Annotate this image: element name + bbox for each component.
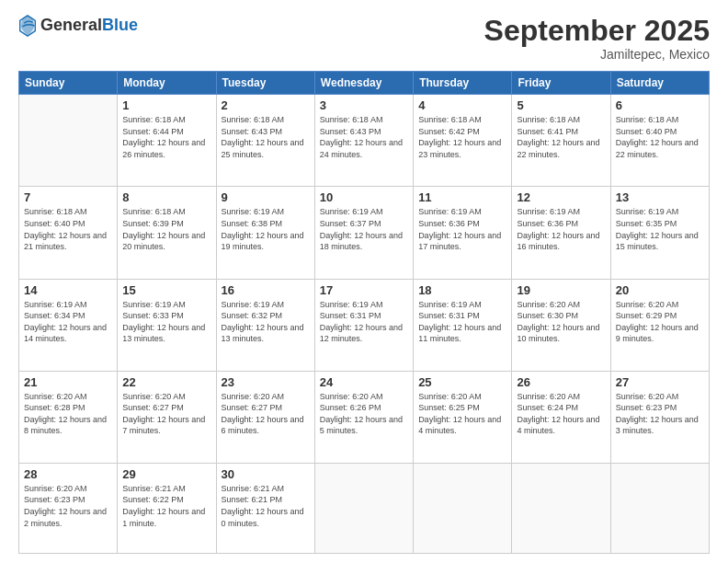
cell-date: 17: [320, 283, 408, 297]
cell-info: Sunrise: 6:18 AMSunset: 6:43 PMDaylight:…: [222, 115, 304, 159]
col-saturday: Saturday: [610, 72, 709, 95]
cell-date: 22: [122, 375, 210, 389]
cell-date: 28: [24, 467, 112, 481]
title-block: September 2025 Jamiltepec, Mexico: [484, 15, 710, 62]
col-tuesday: Tuesday: [216, 72, 314, 95]
header: GeneralBlue September 2025 Jamiltepec, M…: [18, 15, 710, 62]
table-row: 21 Sunrise: 6:20 AMSunset: 6:28 PMDaylig…: [19, 371, 118, 463]
logo-general: General: [40, 17, 102, 35]
page: GeneralBlue September 2025 Jamiltepec, M…: [0, 0, 728, 563]
table-row: 5 Sunrise: 6:18 AMSunset: 6:41 PMDayligh…: [512, 95, 610, 187]
cell-date: 21: [24, 375, 112, 389]
cell-info: Sunrise: 6:19 AMSunset: 6:36 PMDaylight:…: [517, 207, 599, 251]
cell-info: Sunrise: 6:19 AMSunset: 6:37 PMDaylight:…: [320, 207, 403, 251]
table-row: 24 Sunrise: 6:20 AMSunset: 6:26 PMDaylig…: [314, 371, 413, 463]
logo-icon: [18, 15, 37, 37]
calendar-header-row: Sunday Monday Tuesday Wednesday Thursday…: [19, 72, 710, 95]
table-row: 19 Sunrise: 6:20 AMSunset: 6:30 PMDaylig…: [512, 279, 610, 371]
cell-info: Sunrise: 6:18 AMSunset: 6:41 PMDaylight:…: [517, 115, 599, 159]
cell-info: Sunrise: 6:20 AMSunset: 6:27 PMDaylight:…: [222, 392, 304, 436]
cell-info: Sunrise: 6:18 AMSunset: 6:44 PMDaylight:…: [122, 115, 205, 159]
logo: GeneralBlue: [18, 15, 138, 37]
table-row: 7 Sunrise: 6:18 AMSunset: 6:40 PMDayligh…: [19, 187, 118, 279]
cell-date: 10: [320, 190, 408, 204]
table-row: 22 Sunrise: 6:20 AMSunset: 6:27 PMDaylig…: [118, 371, 216, 463]
cell-date: 2: [222, 98, 310, 112]
table-row: 4 Sunrise: 6:18 AMSunset: 6:42 PMDayligh…: [414, 95, 512, 187]
table-row: 2 Sunrise: 6:18 AMSunset: 6:43 PMDayligh…: [216, 95, 314, 187]
table-row: 3 Sunrise: 6:18 AMSunset: 6:43 PMDayligh…: [314, 95, 413, 187]
cell-info: Sunrise: 6:18 AMSunset: 6:43 PMDaylight:…: [320, 115, 403, 159]
cell-date: 26: [517, 375, 605, 389]
cell-date: 18: [418, 283, 506, 297]
col-wednesday: Wednesday: [314, 72, 413, 95]
table-row: 1 Sunrise: 6:18 AMSunset: 6:44 PMDayligh…: [118, 95, 216, 187]
cell-date: 24: [320, 375, 408, 389]
cell-date: 16: [222, 283, 310, 297]
cell-info: Sunrise: 6:20 AMSunset: 6:29 PMDaylight:…: [616, 300, 699, 344]
cell-info: Sunrise: 6:20 AMSunset: 6:27 PMDaylight:…: [122, 392, 205, 436]
calendar-table: Sunday Monday Tuesday Wednesday Thursday…: [18, 71, 710, 554]
cell-date: 20: [616, 283, 704, 297]
table-row: [19, 95, 118, 187]
table-row: [414, 463, 512, 553]
cell-info: Sunrise: 6:19 AMSunset: 6:32 PMDaylight:…: [222, 300, 304, 344]
cell-info: Sunrise: 6:19 AMSunset: 6:33 PMDaylight:…: [122, 300, 205, 344]
table-row: 20 Sunrise: 6:20 AMSunset: 6:29 PMDaylig…: [610, 279, 709, 371]
cell-info: Sunrise: 6:19 AMSunset: 6:31 PMDaylight:…: [320, 300, 403, 344]
table-row: 9 Sunrise: 6:19 AMSunset: 6:38 PMDayligh…: [216, 187, 314, 279]
col-sunday: Sunday: [19, 72, 118, 95]
cell-info: Sunrise: 6:20 AMSunset: 6:28 PMDaylight:…: [24, 392, 107, 436]
cell-date: 23: [222, 375, 310, 389]
cell-info: Sunrise: 6:19 AMSunset: 6:35 PMDaylight:…: [616, 207, 699, 251]
cell-info: Sunrise: 6:18 AMSunset: 6:42 PMDaylight:…: [418, 115, 501, 159]
cell-date: 6: [616, 98, 704, 112]
table-row: 28 Sunrise: 6:20 AMSunset: 6:23 PMDaylig…: [19, 463, 118, 553]
cell-date: 7: [24, 190, 112, 204]
cell-date: 27: [616, 375, 704, 389]
table-row: [512, 463, 610, 553]
cell-date: 5: [517, 98, 605, 112]
cell-date: 29: [122, 467, 210, 481]
col-friday: Friday: [512, 72, 610, 95]
table-row: 12 Sunrise: 6:19 AMSunset: 6:36 PMDaylig…: [512, 187, 610, 279]
table-row: 6 Sunrise: 6:18 AMSunset: 6:40 PMDayligh…: [610, 95, 709, 187]
cell-date: 19: [517, 283, 605, 297]
table-row: 29 Sunrise: 6:21 AMSunset: 6:22 PMDaylig…: [118, 463, 216, 553]
col-monday: Monday: [118, 72, 216, 95]
table-row: 18 Sunrise: 6:19 AMSunset: 6:31 PMDaylig…: [414, 279, 512, 371]
table-row: 11 Sunrise: 6:19 AMSunset: 6:36 PMDaylig…: [414, 187, 512, 279]
table-row: 16 Sunrise: 6:19 AMSunset: 6:32 PMDaylig…: [216, 279, 314, 371]
table-row: 27 Sunrise: 6:20 AMSunset: 6:23 PMDaylig…: [610, 371, 709, 463]
cell-date: 14: [24, 283, 112, 297]
cell-date: 1: [122, 98, 210, 112]
cell-date: 30: [222, 467, 310, 481]
table-row: 26 Sunrise: 6:20 AMSunset: 6:24 PMDaylig…: [512, 371, 610, 463]
cell-info: Sunrise: 6:20 AMSunset: 6:23 PMDaylight:…: [616, 392, 699, 436]
cell-info: Sunrise: 6:20 AMSunset: 6:24 PMDaylight:…: [517, 392, 599, 436]
cell-date: 13: [616, 190, 704, 204]
col-thursday: Thursday: [414, 72, 512, 95]
cell-info: Sunrise: 6:20 AMSunset: 6:23 PMDaylight:…: [24, 484, 107, 528]
cell-info: Sunrise: 6:20 AMSunset: 6:30 PMDaylight:…: [517, 300, 599, 344]
cell-info: Sunrise: 6:18 AMSunset: 6:39 PMDaylight:…: [122, 207, 205, 251]
table-row: 14 Sunrise: 6:19 AMSunset: 6:34 PMDaylig…: [19, 279, 118, 371]
month-title: September 2025: [484, 15, 710, 47]
table-row: 8 Sunrise: 6:18 AMSunset: 6:39 PMDayligh…: [118, 187, 216, 279]
cell-info: Sunrise: 6:19 AMSunset: 6:34 PMDaylight:…: [24, 300, 107, 344]
table-row: [314, 463, 413, 553]
cell-info: Sunrise: 6:21 AMSunset: 6:21 PMDaylight:…: [222, 484, 304, 528]
cell-info: Sunrise: 6:20 AMSunset: 6:26 PMDaylight:…: [320, 392, 403, 436]
subtitle: Jamiltepec, Mexico: [484, 47, 710, 62]
cell-date: 4: [418, 98, 506, 112]
table-row: [610, 463, 709, 553]
cell-date: 12: [517, 190, 605, 204]
cell-info: Sunrise: 6:19 AMSunset: 6:38 PMDaylight:…: [222, 207, 304, 251]
cell-date: 9: [222, 190, 310, 204]
table-row: 13 Sunrise: 6:19 AMSunset: 6:35 PMDaylig…: [610, 187, 709, 279]
cell-info: Sunrise: 6:18 AMSunset: 6:40 PMDaylight:…: [24, 207, 107, 251]
table-row: 15 Sunrise: 6:19 AMSunset: 6:33 PMDaylig…: [118, 279, 216, 371]
table-row: 23 Sunrise: 6:20 AMSunset: 6:27 PMDaylig…: [216, 371, 314, 463]
table-row: 25 Sunrise: 6:20 AMSunset: 6:25 PMDaylig…: [414, 371, 512, 463]
cell-info: Sunrise: 6:21 AMSunset: 6:22 PMDaylight:…: [122, 484, 205, 528]
